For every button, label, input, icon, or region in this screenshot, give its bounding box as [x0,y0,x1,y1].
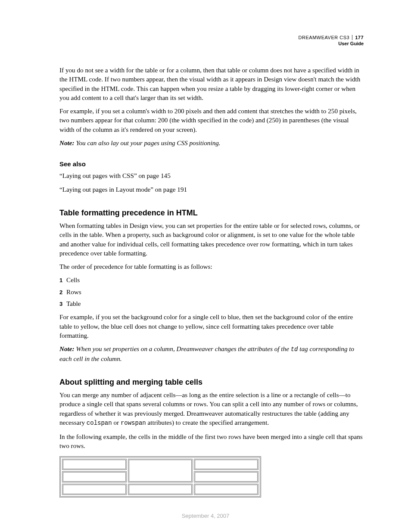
table-cell [194,459,258,470]
section-heading: Table formatting precedence in HTML [59,208,364,218]
header-subtitle: User Guide [299,40,364,47]
body-paragraph: In the following example, the cells in t… [59,432,364,451]
body-paragraph: The order of precedence for table format… [59,262,364,271]
note-text: When you set properties on a column, Dre… [75,345,291,352]
precedence-list: 1Cells 2Rows 3Table [59,275,364,308]
code-inline: td [291,346,298,353]
page-header: DREAMWEAVER CS3177 User Guide [299,34,364,47]
list-item: 2Rows [59,287,364,296]
table-cell [62,484,127,495]
footer-date: September 4, 2007 [0,513,411,519]
see-also-link: “Laying out pages in Layout mode” on pag… [59,185,364,194]
body-text: or [112,419,121,426]
list-number: 3 [59,300,66,308]
body-text: attributes) to create the specified arra… [146,419,269,426]
header-product: DREAMWEAVER CS3 [299,35,350,40]
body-paragraph: For example, if you set the background c… [59,312,364,340]
table-cell [62,459,127,470]
note-text: You can also lay out your pages using CS… [75,139,221,146]
body-paragraph: For example, if you set a column's width… [59,106,364,134]
table-cell [62,471,127,482]
note-paragraph: Note: You can also lay out your pages us… [59,138,364,147]
note-paragraph: Note: When you set properties on a colum… [59,344,364,363]
list-number: 1 [59,277,66,284]
table-cell [194,471,258,482]
list-item: 1Cells [59,275,364,284]
table-cell [128,484,193,495]
code-inline: rowspan [121,420,146,426]
body-paragraph: If you do not see a width for the table … [59,65,364,102]
note-label: Note: [59,139,75,146]
list-text: Table [66,300,81,307]
list-number: 2 [59,289,66,296]
see-also-link: “Laying out pages with CSS” on page 145 [59,171,364,180]
body-paragraph: You can merge any number of adjacent cel… [59,390,364,427]
example-table-diagram [59,456,261,498]
section-heading: About splitting and merging table cells [59,377,364,388]
see-also-heading: See also [59,159,364,168]
table-cell [194,484,258,495]
list-item: 3Table [59,299,364,308]
note-label: Note: [59,345,75,352]
list-text: Cells [66,276,80,283]
table-cell-merged [128,459,193,482]
code-inline: colspan [87,420,112,426]
page-number: 177 [352,35,364,40]
page-content: If you do not see a width for the table … [59,65,364,498]
list-text: Rows [66,288,81,296]
body-paragraph: When formatting tables in Design view, y… [59,221,364,258]
